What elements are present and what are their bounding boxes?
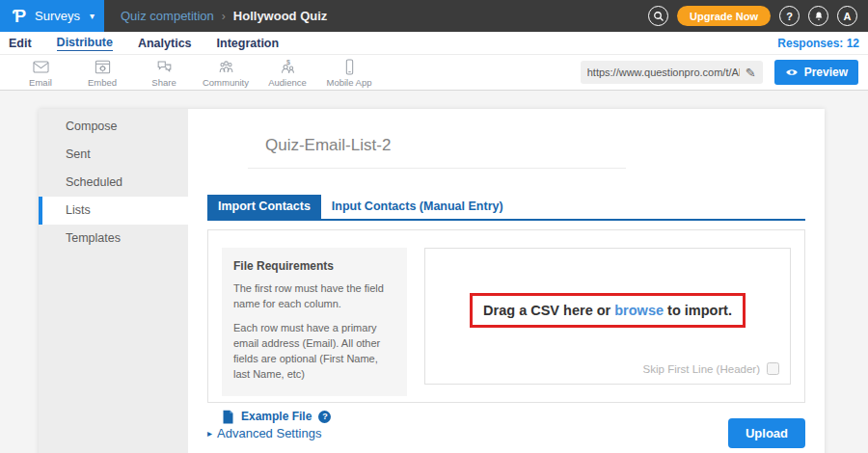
preview-button[interactable]: Preview <box>774 60 858 85</box>
tool-share-label: Share <box>151 77 176 88</box>
lists-content: Quiz-Email-List-2 Import Contacts Input … <box>188 109 825 453</box>
sidebar-item-scheduled[interactable]: Scheduled <box>39 169 188 197</box>
sidebar-item-sent[interactable]: Sent <box>39 141 188 169</box>
file-requirements-box: File Requirements The first row must hav… <box>222 248 407 396</box>
breadcrumb-current: Hollywood Quiz <box>233 9 328 23</box>
topbar-actions: Upgrade Now ? A <box>648 6 868 26</box>
breadcrumb-separator: › <box>222 10 226 23</box>
example-file-link[interactable]: Example File <box>241 410 312 423</box>
tool-community-label: Community <box>203 77 249 88</box>
chevron-down-icon: ▾ <box>90 11 95 21</box>
survey-nav: Edit Distribute Analytics Integration Re… <box>0 32 868 55</box>
tool-embed[interactable]: Embed <box>71 58 133 88</box>
advanced-settings-label: Advanced Settings <box>217 426 321 440</box>
upload-button[interactable]: Upload <box>728 418 805 448</box>
surveys-menu[interactable]: Ƥ Surveys ▾ <box>0 0 104 32</box>
upgrade-now-button[interactable]: Upgrade Now <box>677 6 771 26</box>
tab-input-contacts-manual[interactable]: Input Contacts (Manual Entry) <box>321 195 514 219</box>
browse-link[interactable]: browse <box>614 303 664 318</box>
nav-item-analytics[interactable]: Analytics <box>138 37 192 50</box>
tool-embed-label: Embed <box>88 77 117 88</box>
file-requirements-title: File Requirements <box>233 259 395 273</box>
share-icon <box>155 58 174 76</box>
avatar[interactable]: A <box>837 6 857 26</box>
tab-import-contacts[interactable]: Import Contacts <box>207 195 321 219</box>
example-file-row: Example File ? <box>222 410 407 424</box>
search-button[interactable] <box>648 6 668 26</box>
email-lists-panel: Compose Sent Scheduled Lists Templates Q… <box>39 109 825 453</box>
nav-item-distribute[interactable]: Distribute <box>57 36 113 51</box>
mobile-app-icon <box>340 58 359 76</box>
skip-first-line-label: Skip First Line (Header) <box>643 363 760 375</box>
help-icon[interactable]: ? <box>318 411 331 423</box>
dropzone-text-after: to import. <box>667 303 732 318</box>
community-icon <box>217 58 235 76</box>
tool-audience-label: Audience <box>268 77 307 88</box>
highlight-red-box: Drag a CSV here or browse to import. <box>470 293 746 328</box>
search-icon <box>653 11 665 22</box>
preview-label: Preview <box>804 66 848 79</box>
nav-item-integration[interactable]: Integration <box>217 37 280 50</box>
import-contacts-panel: File Requirements The first row must hav… <box>207 229 805 403</box>
survey-url-input[interactable] <box>587 67 740 78</box>
top-bar: Ƥ Surveys ▾ Quiz competition › Hollywood… <box>0 0 868 32</box>
survey-url-box: ✎ <box>581 61 763 84</box>
file-icon <box>222 410 234 424</box>
requirements-column: File Requirements The first row must hav… <box>222 248 407 385</box>
email-sidebar: Compose Sent Scheduled Lists Templates <box>39 109 188 453</box>
help-button[interactable]: ? <box>779 6 800 26</box>
skip-first-line-checkbox[interactable] <box>767 362 779 375</box>
responses-count[interactable]: Responses: 12 <box>777 37 859 50</box>
eye-icon <box>785 66 799 79</box>
triangle-right-icon: ▸ <box>207 428 212 439</box>
notifications-button[interactable] <box>808 6 828 26</box>
questionpro-logo-icon: Ƥ <box>13 8 26 25</box>
bell-icon <box>813 11 825 22</box>
file-requirements-line2: Each row must have a primary email addre… <box>233 321 395 383</box>
sidebar-item-lists[interactable]: Lists <box>39 197 188 225</box>
breadcrumb: Quiz competition › Hollywood Quiz <box>121 9 327 23</box>
dropzone-text: Drag a CSV here or browse to import. <box>483 303 732 318</box>
dropzone-text-before: Drag a CSV here or <box>483 303 610 318</box>
distribute-toolbar: Email Embed Share Community $ <box>0 55 868 91</box>
sidebar-item-compose[interactable]: Compose <box>39 113 188 141</box>
tool-email-label: Email <box>29 77 52 88</box>
contacts-tabs: Import Contacts Input Contacts (Manual E… <box>207 195 805 221</box>
audience-icon: $ <box>279 58 297 76</box>
tool-mobile-app[interactable]: Mobile App <box>318 58 380 88</box>
breadcrumb-parent[interactable]: Quiz competition <box>121 9 214 23</box>
advanced-settings-toggle[interactable]: ▸ Advanced Settings <box>207 426 321 440</box>
email-icon <box>32 58 50 76</box>
skip-first-line-row: Skip First Line (Header) <box>643 362 779 375</box>
product-label: Surveys <box>35 9 80 23</box>
nav-item-edit[interactable]: Edit <box>9 37 32 50</box>
tool-audience[interactable]: $ Audience <box>257 58 318 88</box>
file-requirements-line1: The first row must have the field name f… <box>233 281 395 312</box>
tool-email[interactable]: Email <box>10 58 71 88</box>
embed-icon <box>94 58 112 76</box>
csv-dropzone[interactable]: Drag a CSV here or browse to import. Ski… <box>424 248 791 385</box>
list-name-field[interactable]: Quiz-Email-List-2 <box>248 136 626 169</box>
sidebar-item-templates[interactable]: Templates <box>39 225 188 253</box>
edit-url-icon[interactable]: ✎ <box>746 66 756 80</box>
tool-share[interactable]: Share <box>133 58 195 88</box>
tool-mobile-app-label: Mobile App <box>326 77 371 88</box>
tool-community[interactable]: Community <box>195 58 257 88</box>
